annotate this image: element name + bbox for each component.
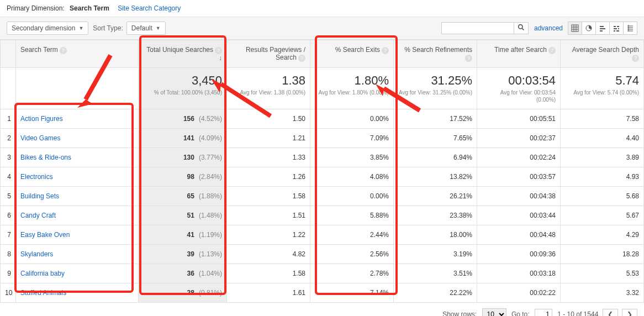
- col-header-time[interactable]: Time after Search?: [477, 40, 561, 68]
- help-icon[interactable]: ?: [548, 47, 556, 54]
- next-button[interactable]: ❯: [622, 309, 637, 316]
- cell-depth: 5.68: [561, 187, 644, 206]
- cell-pageviews: 1.58: [227, 264, 310, 283]
- cell-unique: 41(1.19%): [139, 225, 227, 245]
- help-icon[interactable]: ?: [298, 55, 305, 62]
- help-icon[interactable]: ?: [382, 47, 389, 54]
- cell-term: Skylanders: [16, 245, 139, 264]
- chevron-down-icon: ▼: [78, 25, 83, 31]
- search-box: [441, 22, 529, 34]
- table-row: 6Candy Craft51(1.48%)1.515.88%23.38%00:0…: [1, 206, 644, 225]
- cell-term: Building Sets: [16, 187, 139, 206]
- help-icon[interactable]: ?: [465, 55, 472, 62]
- search-button[interactable]: [514, 23, 528, 34]
- cell-unique: 39(1.13%): [139, 245, 227, 264]
- cell-depth: 3.89: [561, 148, 644, 167]
- search-term-link[interactable]: Video Games: [20, 134, 61, 142]
- prev-button[interactable]: ❮: [603, 309, 618, 316]
- view-table-button[interactable]: [568, 22, 582, 35]
- table-row: 5Building Sets65(1.88%)1.580.00%26.21%00…: [1, 187, 644, 206]
- col-header-term[interactable]: Search Term?: [16, 40, 139, 68]
- col-header-unique[interactable]: Total Unique Searches?↓: [139, 40, 227, 68]
- cell-unique: 65(1.88%): [139, 187, 227, 206]
- magnifier-icon: [518, 24, 525, 31]
- toolbar: Secondary dimension ▼ Sort Type: Default…: [0, 17, 644, 40]
- table-row: 10Stuffed Animals28(0.81%)1.617.14%22.22…: [1, 283, 644, 303]
- view-bar-button[interactable]: [595, 22, 610, 35]
- pivot-icon: [626, 24, 634, 32]
- pie-icon: [585, 24, 593, 32]
- cell-time: 00:09:36: [477, 245, 561, 264]
- row-index: 2: [1, 129, 16, 148]
- cell-unique: 28(0.81%): [139, 283, 227, 303]
- svg-rect-9: [600, 28, 605, 29]
- search-term-link[interactable]: Building Sets: [20, 192, 59, 200]
- search-term-link[interactable]: Action Figures: [20, 115, 63, 123]
- search-term-link[interactable]: Electronics: [20, 173, 53, 181]
- cell-depth: 5.53: [561, 264, 644, 283]
- cell-term: Action Figures: [16, 109, 139, 129]
- sort-type-dropdown[interactable]: Default ▼: [126, 22, 166, 35]
- advanced-link[interactable]: advanced: [534, 24, 563, 32]
- search-input[interactable]: [442, 23, 514, 34]
- help-icon[interactable]: ?: [632, 55, 639, 62]
- help-icon[interactable]: ?: [60, 47, 67, 54]
- search-term-link[interactable]: Easy Bake Oven: [20, 231, 70, 239]
- sort-type-label: Sort Type:: [93, 24, 123, 32]
- table-row: 2Video Games141(4.09%)1.217.09%7.65%00:0…: [1, 129, 644, 148]
- cell-time: 00:02:24: [477, 148, 561, 167]
- help-icon[interactable]: ?: [215, 47, 222, 54]
- row-index: 10: [1, 283, 16, 303]
- view-compare-button[interactable]: [609, 22, 624, 35]
- search-term-link[interactable]: Candy Craft: [20, 212, 56, 219]
- row-index: 4: [1, 167, 16, 187]
- view-pivot-button[interactable]: [623, 22, 637, 35]
- rows-select[interactable]: 10: [482, 308, 506, 316]
- cell-pageviews: 1.50: [227, 109, 310, 129]
- cell-depth: 4.40: [561, 129, 644, 148]
- cell-unique: 141(4.09%): [139, 129, 227, 148]
- cell-refinements: 17.52%: [394, 109, 477, 129]
- cell-pageviews: 4.82: [227, 245, 310, 264]
- table-row: 9California baby36(1.04%)1.582.78%3.51%0…: [1, 264, 644, 283]
- row-index: 1: [1, 109, 16, 129]
- search-term-link[interactable]: Skylanders: [20, 250, 53, 258]
- goto-input[interactable]: [535, 309, 552, 316]
- dimension-alt-link[interactable]: Site Search Category: [118, 4, 181, 12]
- search-term-link[interactable]: California baby: [20, 270, 65, 277]
- cell-depth: 7.58: [561, 109, 644, 129]
- dimension-selected[interactable]: Search Term: [70, 4, 109, 12]
- col-header-pageviews[interactable]: Results Pageviews / Search?: [227, 40, 310, 68]
- cell-unique: 51(1.48%): [139, 206, 227, 225]
- view-pie-button[interactable]: [582, 22, 596, 35]
- cell-exits: 0.00%: [310, 109, 394, 129]
- col-header-refinements[interactable]: % Search Refinements?: [394, 40, 477, 68]
- search-term-link[interactable]: Stuffed Animals: [20, 289, 66, 297]
- table-row: 8Skylanders39(1.13%)4.822.56%3.19%00:09:…: [1, 245, 644, 264]
- row-index: 6: [1, 206, 16, 225]
- cell-exits: 3.85%: [310, 148, 394, 167]
- cell-unique: 98(2.84%): [139, 167, 227, 187]
- grid-icon: [571, 24, 579, 32]
- svg-rect-16: [616, 30, 619, 31]
- table-row: 4Electronics98(2.84%)1.264.08%13.82%00:0…: [1, 167, 644, 187]
- cell-refinements: 22.22%: [394, 283, 477, 303]
- svg-point-0: [519, 25, 522, 29]
- cell-depth: 18.28: [561, 245, 644, 264]
- svg-rect-2: [572, 25, 578, 31]
- secondary-dimension-dropdown[interactable]: Secondary dimension ▼: [7, 22, 88, 35]
- cell-refinements: 3.19%: [394, 245, 477, 264]
- cell-exits: 4.08%: [310, 167, 394, 187]
- cell-time: 00:02:37: [477, 129, 561, 148]
- row-index: 5: [1, 187, 16, 206]
- cell-refinements: 7.65%: [394, 129, 477, 148]
- cell-pageviews: 1.33: [227, 148, 310, 167]
- cell-time: 00:04:48: [477, 225, 561, 245]
- cell-time: 00:03:44: [477, 206, 561, 225]
- cell-term: Easy Bake Oven: [16, 225, 139, 245]
- row-index: 3: [1, 148, 16, 167]
- search-term-link[interactable]: Bikes & Ride-ons: [20, 154, 71, 161]
- col-header-exits[interactable]: % Search Exits?: [310, 40, 394, 68]
- col-header-depth[interactable]: Average Search Depth?: [561, 40, 644, 68]
- cell-pageviews: 1.58: [227, 187, 310, 206]
